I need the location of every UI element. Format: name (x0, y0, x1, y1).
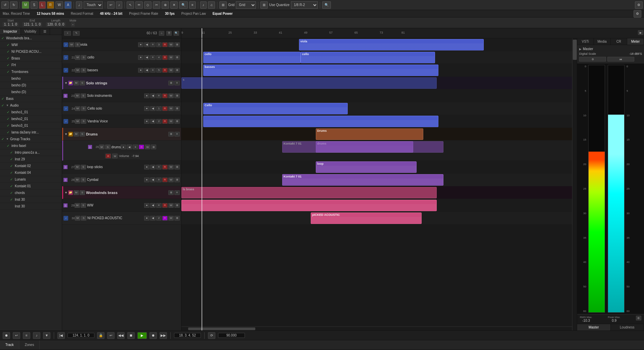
list-item[interactable]: ✓ ▼ Audio (0, 102, 62, 109)
loop-back-btn[interactable]: ↩ (107, 332, 115, 339)
settings-btn[interactable]: ≡ (174, 81, 180, 85)
fast-fwd-btn[interactable]: ▶▶ (160, 332, 167, 339)
clip-ww[interactable] (181, 200, 437, 211)
list-item[interactable]: ✓ Kontakt 02 (0, 163, 62, 169)
track-input-btn[interactable]: ◀ (150, 119, 156, 124)
track-settings-btn[interactable]: ● (138, 42, 143, 47)
solo-button[interactable]: S (81, 93, 86, 98)
record-btn[interactable]: ⏺ (149, 332, 157, 339)
mute-button[interactable]: M (75, 216, 80, 221)
mute-button[interactable]: M (74, 190, 79, 195)
mute-button[interactable]: M (75, 68, 80, 73)
track-output-btn[interactable]: ≡ (150, 42, 156, 47)
expand-btn[interactable]: ⊞ (174, 106, 180, 111)
list-item[interactable]: ✓ lama da3any intr... (0, 129, 62, 136)
write-btn[interactable]: W (168, 119, 174, 124)
rec-btn[interactable]: R (162, 165, 168, 169)
l-button[interactable]: L (39, 1, 46, 9)
track-settings-btn[interactable]: ● (144, 165, 149, 169)
list-item[interactable]: besho (D) (0, 89, 62, 95)
settings-btn[interactable]: ≡ (174, 190, 180, 195)
grid-select[interactable]: Grid (236, 1, 256, 9)
start-value[interactable]: 1. 1. 1. 0 (3, 22, 18, 27)
rec-btn[interactable]: R (162, 93, 168, 98)
clip-vandria[interactable] (203, 116, 438, 127)
expand-btn[interactable]: ⊞ (174, 216, 180, 221)
write-btn[interactable]: W (168, 55, 174, 60)
read-btn[interactable]: 1 (156, 106, 162, 111)
rec-active-btn[interactable]: R (139, 145, 144, 149)
write-btn[interactable]: W (168, 93, 174, 98)
chord-button[interactable]: ♫ (208, 1, 215, 9)
split-tool[interactable]: ✂ (153, 1, 160, 9)
expand-btn[interactable]: ⊞ (168, 81, 174, 85)
read-btn[interactable]: 3 (156, 42, 162, 47)
meter-settings-btn[interactable]: ⚙ (636, 316, 641, 320)
loop-mode-btn[interactable]: ↩ (13, 332, 20, 339)
folder-arrow-icon[interactable]: ▼ (65, 191, 68, 194)
s-button[interactable]: S (31, 1, 38, 9)
folder-arrow-icon[interactable]: ▼ (65, 81, 68, 85)
lock-btn[interactable]: 🔒 (97, 332, 104, 339)
menu-tab[interactable]: ☰ (40, 28, 50, 35)
settings-right[interactable]: ⚙ (635, 1, 643, 9)
track-tab[interactable]: Track (0, 340, 19, 349)
note-button[interactable]: ♪ (116, 1, 122, 9)
read-btn[interactable]: ≡ (156, 178, 162, 182)
mute-button[interactable]: M (75, 203, 80, 208)
solo-button[interactable]: S (105, 145, 111, 149)
rec-btn[interactable]: R (162, 203, 168, 208)
track-input-btn[interactable]: ◀ (150, 106, 156, 111)
mute-button[interactable]: M (75, 119, 80, 124)
cr-tab[interactable]: CR (611, 38, 628, 45)
clip-viola[interactable]: viola (299, 39, 484, 50)
scroll-thumb[interactable] (573, 40, 577, 60)
clip-cello-solo[interactable]: Cello (203, 103, 348, 114)
settings-btn[interactable]: ≡ (174, 132, 180, 137)
solo-button[interactable]: S (81, 55, 86, 60)
mute-button[interactable]: M (75, 106, 80, 111)
mute-button[interactable]: M (74, 132, 79, 137)
clip-ww-folder[interactable]: ls brass (181, 187, 437, 198)
go-to-start-btn[interactable]: |◀ (57, 332, 65, 339)
length-value[interactable]: 120. 0. 0. 0 (46, 22, 66, 27)
clip-drums-folder[interactable]: Drums (316, 128, 423, 140)
expand-btn[interactable]: ⊞ (168, 132, 174, 137)
list-item[interactable]: besho (0, 75, 62, 82)
mute-button[interactable]: M (69, 42, 74, 47)
list-item[interactable]: ✓ Intro piano1s a... (0, 149, 62, 156)
solo-button[interactable]: S (80, 81, 85, 85)
list-item[interactable]: ✓ Kontakt 01 (0, 183, 62, 190)
list-item[interactable]: ✓ FH (0, 62, 62, 69)
list-item[interactable]: ✓ Lunaris (0, 176, 62, 183)
expand-btn[interactable]: ⊞ (174, 165, 180, 169)
write-btn[interactable]: W (168, 216, 174, 221)
chords-item[interactable]: ✓ chords (0, 190, 62, 196)
solo-button[interactable]: S (81, 216, 86, 221)
track-settings-btn[interactable]: ● (144, 203, 149, 208)
media-tab[interactable]: Media (594, 38, 611, 45)
expand-btn[interactable]: ⊞ (174, 55, 180, 60)
visibility-tab[interactable]: Visibility (21, 28, 40, 35)
sync-btn[interactable]: ⟳ (208, 332, 215, 339)
mute-button[interactable]: M (75, 93, 80, 98)
read-btn[interactable]: ≡ (156, 203, 162, 208)
read-btn[interactable]: 5 (156, 68, 162, 73)
zones-tab[interactable]: Zones (19, 340, 40, 349)
add-track-button[interactable]: + (64, 31, 71, 36)
clip-kontakt7[interactable]: Kontakt 7 01 (282, 141, 443, 153)
rec-active-btn[interactable]: R (162, 216, 168, 221)
track-settings-btn[interactable]: ● (144, 119, 149, 124)
loudness-tab[interactable]: Loudness (611, 324, 644, 330)
clip-ni-picked[interactable]: pICKED ACOUSTIC (311, 212, 422, 224)
list-item[interactable]: ✓ intro fasel (0, 143, 62, 149)
scroll-right-button[interactable]: ▶ (638, 30, 643, 35)
read-btn[interactable]: ≡ (156, 165, 162, 169)
write-btn[interactable]: W (168, 68, 174, 73)
track-input-btn[interactable]: ◀ (144, 42, 149, 47)
mute-value[interactable]: - (71, 22, 75, 27)
rec-btn[interactable]: R (162, 42, 168, 47)
metronome-button[interactable]: ♩ (76, 1, 82, 9)
info-settings[interactable]: ⚙ (634, 10, 641, 17)
search-track-button[interactable]: 🔍 (174, 31, 179, 36)
